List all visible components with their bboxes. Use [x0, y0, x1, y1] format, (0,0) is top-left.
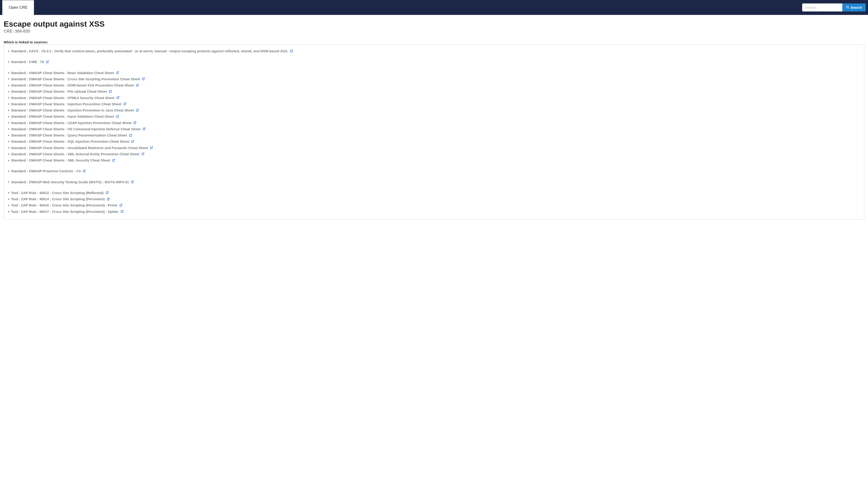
bullet-icon: [8, 160, 9, 161]
bullet-icon: [8, 51, 9, 52]
bullet-icon: [8, 85, 9, 86]
bullet-icon: [8, 91, 9, 92]
external-link-icon[interactable]: [150, 146, 153, 149]
external-link-icon[interactable]: [129, 134, 132, 137]
source-line: Standard : ASVS : V5.3.3 : Verify that c…: [8, 48, 860, 54]
external-link-icon[interactable]: [131, 140, 134, 143]
linked-sources-label: Which is linked to sources:: [4, 40, 864, 44]
bullet-icon: [8, 199, 9, 200]
search-icon: [846, 5, 849, 9]
svg-line-1: [848, 8, 849, 9]
source-line: Standard : CWE : 79: [8, 59, 860, 65]
source-link-text[interactable]: Standard : OWASP Cheat Sheets : DOM base…: [11, 83, 134, 88]
external-link-icon[interactable]: [290, 50, 293, 53]
bullet-icon: [8, 103, 9, 104]
source-group: Standard : OWASP Web Security Testing Gu…: [8, 179, 860, 185]
external-link-icon[interactable]: [83, 170, 86, 173]
source-line: Standard : OWASP Cheat Sheets : Injectio…: [8, 107, 860, 113]
bullet-icon: [8, 116, 9, 117]
source-line: Standard : OWASP Cheat Sheets : XML Secu…: [8, 157, 860, 163]
source-line: Standard : OWASP Web Security Testing Gu…: [8, 179, 860, 185]
bullet-icon: [8, 135, 9, 136]
source-link-text[interactable]: Tool : ZAP Rule : 40012 : Cross Site Scr…: [11, 190, 104, 196]
source-group: Standard : CWE : 79: [8, 59, 860, 65]
source-link-text[interactable]: Standard : OWASP Proactive Controls : C4: [11, 168, 81, 174]
bullet-icon: [8, 61, 9, 63]
external-link-icon[interactable]: [133, 121, 136, 124]
bullet-icon: [8, 110, 9, 111]
external-link-icon[interactable]: [136, 84, 139, 87]
source-link-text[interactable]: Standard : OWASP Cheat Sheets : Bean Val…: [11, 70, 114, 76]
source-link-text[interactable]: Standard : OWASP Cheat Sheets : Injectio…: [11, 101, 121, 107]
source-link-text[interactable]: Standard : OWASP Cheat Sheets : Unvalida…: [11, 145, 148, 150]
source-link-text[interactable]: Tool : ZAP Rule : 40017 : Cross Site Scr…: [11, 209, 119, 214]
bullet-icon: [8, 72, 9, 73]
source-link-text[interactable]: Standard : ASVS : V5.3.3 : Verify that c…: [11, 49, 288, 54]
source-link-text[interactable]: Standard : CWE : 79: [11, 59, 44, 64]
source-line: Tool : ZAP Rule : 40017 : Cross Site Scr…: [8, 209, 860, 215]
source-line: Standard : OWASP Proactive Controls : C4: [8, 168, 860, 174]
source-link-text[interactable]: Tool : ZAP Rule : 40016 : Cross Site Scr…: [11, 203, 117, 208]
sources-box: Standard : ASVS : V5.3.3 : Verify that c…: [4, 44, 864, 219]
page-content: Escape output against XSS CRE: 366-835 W…: [0, 15, 868, 227]
bullet-icon: [8, 171, 9, 172]
external-link-icon[interactable]: [106, 198, 110, 201]
source-line: Standard : OWASP Cheat Sheets : OS Comma…: [8, 126, 860, 132]
search-button-label: Search: [850, 5, 862, 9]
bullet-icon: [8, 211, 9, 212]
external-link-icon[interactable]: [136, 109, 139, 112]
page-title: Escape output against XSS: [4, 20, 864, 28]
bullet-icon: [8, 147, 9, 148]
external-link-icon[interactable]: [141, 152, 145, 155]
source-link-text[interactable]: Standard : OWASP Web Security Testing Gu…: [11, 179, 129, 185]
source-link-text[interactable]: Standard : OWASP Cheat Sheets : Input Va…: [11, 114, 114, 119]
external-link-icon[interactable]: [45, 60, 49, 63]
external-link-icon[interactable]: [109, 90, 112, 93]
source-link-text[interactable]: Tool : ZAP Rule : 40014 : Cross Site Scr…: [11, 197, 105, 202]
external-link-icon[interactable]: [142, 77, 145, 81]
source-line: Standard : OWASP Cheat Sheets : HTML5 Se…: [8, 95, 860, 101]
source-link-text[interactable]: Standard : OWASP Cheat Sheets : OS Comma…: [11, 126, 141, 132]
source-link-text[interactable]: Standard : OWASP Cheat Sheets : XML Secu…: [11, 158, 110, 163]
source-line: Standard : OWASP Cheat Sheets : XML Exte…: [8, 151, 860, 157]
search-button[interactable]: Search: [842, 3, 866, 11]
external-link-icon[interactable]: [120, 210, 124, 213]
source-line: Standard : OWASP Cheat Sheets : SQL Inje…: [8, 138, 860, 145]
bullet-icon: [8, 192, 9, 193]
search-form: Search: [802, 3, 866, 11]
source-line: Standard : OWASP Cheat Sheets : Unvalida…: [8, 145, 860, 151]
external-link-icon[interactable]: [112, 159, 115, 162]
source-line: Standard : OWASP Cheat Sheets : Cross Si…: [8, 76, 860, 82]
search-input[interactable]: [802, 3, 842, 11]
source-line: Standard : OWASP Cheat Sheets : File Upl…: [8, 88, 860, 94]
source-line: Standard : OWASP Cheat Sheets : DOM base…: [8, 82, 860, 88]
source-link-text[interactable]: Standard : OWASP Cheat Sheets : Injectio…: [11, 108, 134, 113]
external-link-icon[interactable]: [143, 127, 146, 130]
bullet-icon: [8, 97, 9, 98]
external-link-icon[interactable]: [116, 96, 120, 99]
source-line: Standard : OWASP Cheat Sheets : Input Va…: [8, 113, 860, 120]
external-link-icon[interactable]: [116, 115, 119, 118]
source-line: Tool : ZAP Rule : 40016 : Cross Site Scr…: [8, 202, 860, 208]
source-line: Standard : OWASP Cheat Sheets : Query Pa…: [8, 132, 860, 138]
source-line: Standard : OWASP Cheat Sheets : Injectio…: [8, 101, 860, 107]
source-group: Standard : ASVS : V5.3.3 : Verify that c…: [8, 48, 860, 54]
source-link-text[interactable]: Standard : OWASP Cheat Sheets : Query Pa…: [11, 132, 127, 138]
external-link-icon[interactable]: [119, 204, 122, 207]
source-group: Tool : ZAP Rule : 40012 : Cross Site Scr…: [8, 190, 860, 215]
external-link-icon[interactable]: [123, 102, 126, 106]
source-link-text[interactable]: Standard : OWASP Cheat Sheets : Cross Si…: [11, 77, 140, 82]
bullet-icon: [8, 153, 9, 155]
brand-tab[interactable]: Open CRE: [2, 0, 34, 15]
source-link-text[interactable]: Standard : OWASP Cheat Sheets : XML Exte…: [11, 151, 140, 157]
source-link-text[interactable]: Standard : OWASP Cheat Sheets : LDAP Inj…: [11, 120, 131, 125]
source-link-text[interactable]: Standard : OWASP Cheat Sheets : File Upl…: [11, 89, 107, 94]
bullet-icon: [8, 122, 9, 123]
external-link-icon[interactable]: [116, 71, 119, 74]
external-link-icon[interactable]: [131, 180, 134, 183]
external-link-icon[interactable]: [105, 191, 109, 194]
source-link-text[interactable]: Standard : OWASP Cheat Sheets : SQL Inje…: [11, 139, 129, 144]
source-link-text[interactable]: Standard : OWASP Cheat Sheets : HTML5 Se…: [11, 95, 115, 100]
bullet-icon: [8, 79, 9, 80]
source-group: Standard : OWASP Proactive Controls : C4: [8, 168, 860, 174]
